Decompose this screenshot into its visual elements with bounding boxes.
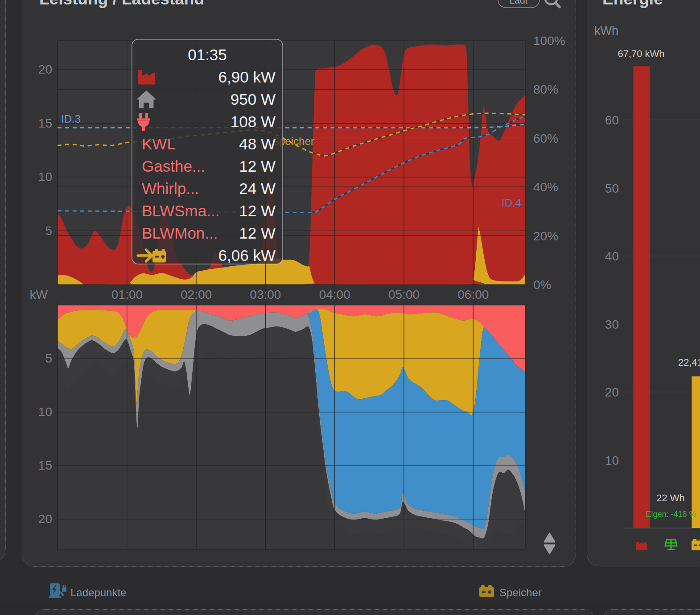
svg-text:20: 20: [38, 512, 52, 526]
svg-text:BLWMon...: BLWMon...: [142, 224, 218, 242]
svg-text:6,06 kW: 6,06 kW: [218, 247, 276, 264]
svg-text:20%: 20%: [533, 229, 558, 243]
svg-text:6,90 kW: 6,90 kW: [218, 68, 276, 86]
svg-text:10: 10: [38, 170, 52, 184]
svg-text:02:00: 02:00: [181, 288, 212, 301]
svg-text:0%: 0%: [533, 278, 551, 292]
svg-text:50: 50: [605, 182, 619, 195]
svg-text:40%: 40%: [533, 180, 558, 194]
svg-text:BLWSma...: BLWSma...: [142, 202, 219, 219]
svg-text:kW: kW: [30, 288, 48, 301]
svg-text:01:35: 01:35: [188, 46, 227, 63]
svg-text:40: 40: [605, 249, 619, 263]
svg-text:Gasthe...: Gasthe...: [142, 157, 205, 175]
svg-text:01:00: 01:00: [111, 288, 143, 301]
svg-text:24 W: 24 W: [239, 180, 276, 197]
svg-text:5: 5: [45, 351, 52, 365]
svg-text:ID.3: ID.3: [61, 113, 81, 125]
svg-text:kWh: kWh: [594, 24, 618, 37]
svg-text:Energie: Energie: [602, 0, 663, 8]
svg-text:60%: 60%: [533, 132, 558, 145]
svg-text:Whirlp...: Whirlp...: [142, 180, 199, 197]
svg-text:12 W: 12 W: [239, 157, 276, 175]
svg-text:20: 20: [38, 62, 52, 76]
svg-text:100%: 100%: [533, 34, 565, 48]
svg-text:60: 60: [605, 113, 619, 127]
svg-text:KWL: KWL: [142, 135, 176, 153]
svg-text:Lädt: Lädt: [510, 0, 528, 5]
svg-text:80%: 80%: [533, 83, 558, 96]
svg-text:ID.4: ID.4: [502, 197, 521, 209]
svg-text:20: 20: [605, 385, 619, 399]
svg-text:5: 5: [45, 224, 52, 238]
svg-text:108 W: 108 W: [231, 113, 276, 130]
svg-text:15: 15: [38, 116, 52, 130]
svg-text:67,70 kWh: 67,70 kWh: [618, 48, 664, 59]
svg-text:950 W: 950 W: [231, 91, 276, 108]
svg-text:22 Wh: 22 Wh: [656, 492, 685, 504]
svg-text:12 W: 12 W: [239, 202, 276, 219]
svg-text:Leistung / Ladestand: Leistung / Ladestand: [39, 0, 204, 8]
svg-text:05:00: 05:00: [388, 288, 420, 301]
svg-text:Speicher: Speicher: [499, 586, 542, 598]
svg-text:10: 10: [38, 405, 52, 419]
svg-text:04:00: 04:00: [319, 288, 350, 301]
svg-text:10: 10: [605, 454, 619, 467]
svg-text:22,41: 22,41: [678, 357, 700, 368]
svg-text:12 W: 12 W: [239, 224, 276, 242]
svg-text:15: 15: [38, 458, 52, 472]
svg-text:03:00: 03:00: [250, 288, 281, 301]
svg-text:Ladepunkte: Ladepunkte: [70, 586, 126, 598]
svg-text:Eigen: -418 %: Eigen: -418 %: [646, 510, 696, 519]
svg-text:30: 30: [605, 318, 619, 331]
svg-text:06:00: 06:00: [457, 288, 489, 301]
svg-text:48 W: 48 W: [239, 135, 276, 153]
